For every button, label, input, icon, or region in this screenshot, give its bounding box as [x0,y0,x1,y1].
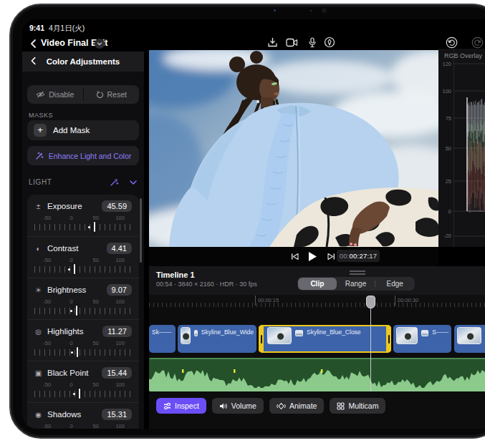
enhance-light-color-button[interactable]: Enhance Light and Color [27,146,139,165]
pencil-tool-button[interactable] [322,36,337,49]
trim-handle-left[interactable] [259,326,264,351]
slider-label: Highlights [47,327,97,336]
mode-clip[interactable]: Clip [298,278,337,290]
tick-label: 0 [70,215,73,221]
value-marker[interactable] [79,389,80,399]
clip-name: Skyline_Blue_Wide [201,328,254,336]
photo-icon [295,330,303,336]
microphone-button[interactable] [304,36,320,49]
clip-partial-right[interactable] [454,325,485,353]
slider-ruler[interactable]: -50050100 [34,215,132,232]
next-frame-button[interactable] [325,250,337,262]
scope-axis-label: 0 [438,208,451,215]
chevron-down-icon [97,41,102,47]
scope-axis-label: 75 [438,115,451,122]
tick-label: 50 [93,215,99,221]
slider-value[interactable]: 45.59 [102,200,132,212]
slider-ruler[interactable]: -50050100 [34,423,132,429]
slider-contrast[interactable]: ◐Contrast4.41 -50050100 [27,236,139,278]
redo-icon [471,36,484,49]
volume-button[interactable]: Volume [212,398,264,414]
clip-thumbnail [396,327,418,344]
mode-range[interactable]: Range [337,278,375,290]
slider-ruler[interactable]: -50050100 [34,298,132,316]
slider-value[interactable]: 4.41 [107,243,132,254]
play-button[interactable] [306,250,319,262]
pencil-circle-icon [324,36,335,48]
slider-brightness[interactable]: ☀Brightness9.07 -50050100 [27,278,139,319]
project-menu-button[interactable] [95,39,105,49]
contrast-icon: ◐ [34,245,42,253]
reset-button[interactable]: Reset [84,85,140,104]
back-chevron-icon [29,56,39,66]
slider-ruler[interactable]: -50050100 [34,257,132,274]
slider-label: Brightness [47,286,102,294]
value-marker[interactable] [77,347,78,357]
slider-label: Contrast [47,244,102,253]
value-marker[interactable] [94,222,95,232]
add-mask-button[interactable]: + Add Mask [27,120,139,140]
redo-button[interactable] [469,36,485,49]
slider-value[interactable]: 15.44 [102,367,132,379]
slider-highlights[interactable]: ◎Highlights11.27 -50050100 [27,319,139,361]
value-marker[interactable] [74,264,75,274]
timeline-ruler[interactable]: 00:00:15 00:00:30 [149,295,485,308]
slider-exposure[interactable]: ±Exposure45.59 -50050100 [27,195,139,236]
mode-edge[interactable]: Edge [375,278,414,290]
panel-back-button[interactable] [29,56,39,66]
timeline-resize-handle[interactable] [350,271,365,275]
tick-label: -50 [43,257,51,263]
tick-label: -50 [43,298,51,305]
slider-ruler[interactable]: -50050100 [34,340,132,357]
slider-value[interactable]: 11.27 [102,326,132,337]
import-button[interactable] [264,36,280,49]
rgb-overlay-scope: RGB Overlay 120 100 75 50 25 0 -20 [438,49,485,247]
tick-marks [34,266,132,273]
clip-partial-s[interactable]: S—— [393,325,451,353]
light-section-header: LIGHT [29,177,138,187]
slider-value[interactable]: 15.31 [102,409,132,420]
animate-button[interactable]: Animate [269,398,325,414]
inspect-button[interactable]: Inspect [156,398,206,414]
clip-thumbnail [457,327,481,344]
front-camera [322,8,327,13]
light-sliders-card: ±Exposure45.59 -50050100 ◐Contrast4.41 -… [27,195,139,429]
clip-partial-left[interactable]: Sk—— [149,325,176,353]
disable-button[interactable]: Disable [27,85,83,104]
slider-value[interactable]: 9.07 [107,284,132,296]
undo-button[interactable] [443,36,459,49]
status-date: 4月1日(火) [49,24,85,34]
tool-label: Multicam [348,401,378,410]
tick-marks [34,308,132,314]
slider-shadows[interactable]: ◉Shadows15.31 -50050100 [27,402,139,429]
trim-handle-right[interactable] [386,326,391,351]
playhead[interactable] [366,295,377,393]
back-button[interactable] [28,38,39,49]
light-auto-button[interactable] [110,177,119,187]
timeline-header: Timeline 1 00:54 · 3840 × 2160 · HDR · 3… [149,266,485,295]
previous-frame-button[interactable] [288,250,301,262]
screenshot-stage: 9:41 4月1日(火) Video Final Edit [0,0,485,448]
scope-waveform [453,49,485,247]
tick-label: 50 [93,381,99,388]
tick-marks [34,391,132,397]
color-adjustments-panel: Color Adjustments Disable Reset MASKS + … [22,52,144,429]
light-section-label: LIGHT [29,178,110,186]
audio-track[interactable] [149,358,485,391]
skip-forward-icon [327,253,335,260]
tick-label: -50 [43,215,51,221]
slider-ruler[interactable]: -50050100 [34,381,132,399]
photo-icon [194,330,198,336]
playhead-handle[interactable] [366,296,375,308]
camera-button[interactable] [284,36,299,49]
back-chevron-icon [28,38,39,49]
clip-skyline-blue-wide[interactable]: Skyline_Blue_Wide [178,325,256,353]
value-marker[interactable] [76,306,77,316]
zero-dot [88,226,90,228]
sidebar-scrollbar[interactable] [140,198,142,263]
multicam-grid-icon [337,402,345,410]
enhance-label: Enhance Light and Color [49,152,132,160]
multicam-button[interactable]: Multicam [330,398,385,414]
slider-black-point[interactable]: ▣Black Point15.44 -50050100 [27,361,139,402]
light-collapse-button[interactable] [129,180,138,185]
